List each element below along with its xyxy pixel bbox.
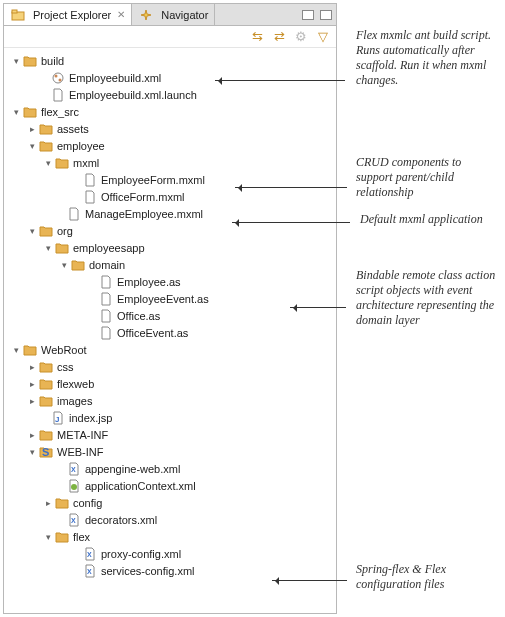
folder-icon xyxy=(38,139,54,153)
tree-folder-flex-src[interactable]: flex_src xyxy=(6,103,334,120)
filter-icon[interactable]: ⚙ xyxy=(294,30,308,44)
folder-icon xyxy=(38,377,54,391)
explorer-panel: Project Explorer ✕ Navigator ⇆ ⇄ ⚙ ▽ bui… xyxy=(3,3,337,614)
tree-folder-build[interactable]: build xyxy=(6,52,334,69)
svg-point-8 xyxy=(71,484,77,490)
tree-file-as[interactable]: Employee.as xyxy=(6,273,334,290)
expand-icon[interactable] xyxy=(10,56,22,66)
tree-file-mxml[interactable]: EmployeeForm.mxml xyxy=(6,171,334,188)
file-icon xyxy=(98,326,114,340)
expand-icon[interactable] xyxy=(26,447,38,457)
collapse-all-icon[interactable]: ⇆ xyxy=(250,30,264,44)
tree-folder-css[interactable]: css xyxy=(6,358,334,375)
svg-text:J: J xyxy=(55,415,59,424)
folder-icon xyxy=(54,156,70,170)
file-icon xyxy=(50,88,66,102)
tree-file-ant[interactable]: Employeebuild.xml xyxy=(6,69,334,86)
folder-icon xyxy=(38,360,54,374)
tree-file-xml[interactable]: Xdecorators.xml xyxy=(6,511,334,528)
expand-icon[interactable] xyxy=(42,532,54,542)
tree-folder-flex[interactable]: flex xyxy=(6,528,334,545)
minimize-button[interactable] xyxy=(302,10,314,20)
tab-label: Project Explorer xyxy=(33,9,111,21)
tree-folder-org[interactable]: org xyxy=(6,222,334,239)
annotation-text: CRUD components to support parent/child … xyxy=(356,155,496,200)
file-icon xyxy=(98,309,114,323)
ant-file-icon xyxy=(50,71,66,85)
expand-icon[interactable] xyxy=(26,379,38,389)
tree-file-xml[interactable]: Xservices-config.xml xyxy=(6,562,334,579)
expand-icon[interactable] xyxy=(42,243,54,253)
maximize-button[interactable] xyxy=(320,10,332,20)
xml-file-icon: X xyxy=(66,513,82,527)
expand-icon[interactable] xyxy=(10,345,22,355)
folder-icon xyxy=(70,258,86,272)
tree-file-mxml[interactable]: ManageEmployee.mxml xyxy=(6,205,334,222)
file-tree[interactable]: build Employeebuild.xml Employeebuild.xm… xyxy=(4,48,336,613)
package-explorer-icon xyxy=(10,8,26,22)
tree-folder-webinf[interactable]: SWEB-INF xyxy=(6,443,334,460)
tab-spacer xyxy=(215,4,298,25)
tree-file-as[interactable]: EmployeeEvent.as xyxy=(6,290,334,307)
tab-bar: Project Explorer ✕ Navigator xyxy=(4,4,336,26)
tree-file-jsp[interactable]: Jindex.jsp xyxy=(6,409,334,426)
svg-text:S: S xyxy=(42,446,49,458)
svg-point-3 xyxy=(55,74,58,77)
tree-folder-metainf[interactable]: META-INF xyxy=(6,426,334,443)
spring-file-icon xyxy=(66,479,82,493)
expand-icon[interactable] xyxy=(58,260,70,270)
tree-folder-webroot[interactable]: WebRoot xyxy=(6,341,334,358)
folder-icon xyxy=(38,428,54,442)
folder-icon xyxy=(54,241,70,255)
tree-file-xml[interactable]: Xappengine-web.xml xyxy=(6,460,334,477)
svg-text:X: X xyxy=(87,551,92,558)
expand-icon[interactable] xyxy=(42,158,54,168)
svg-point-2 xyxy=(53,73,63,83)
svg-text:X: X xyxy=(87,568,92,575)
tree-file-mxml[interactable]: OfficeForm.mxml xyxy=(6,188,334,205)
tree-folder-domain[interactable]: domain xyxy=(6,256,334,273)
window-buttons xyxy=(298,4,336,25)
tree-file-xml[interactable]: Xproxy-config.xml xyxy=(6,545,334,562)
expand-icon[interactable] xyxy=(26,226,38,236)
tree-folder-images[interactable]: images xyxy=(6,392,334,409)
expand-icon[interactable] xyxy=(10,107,22,117)
tree-folder-assets[interactable]: assets xyxy=(6,120,334,137)
tree-folder-employee[interactable]: employee xyxy=(6,137,334,154)
tree-file[interactable]: Employeebuild.xml.launch xyxy=(6,86,334,103)
file-icon xyxy=(98,292,114,306)
expand-icon[interactable] xyxy=(26,141,38,151)
folder-icon xyxy=(38,394,54,408)
navigator-icon xyxy=(138,8,154,22)
tree-file-as[interactable]: Office.as xyxy=(6,307,334,324)
annotation-arrow xyxy=(235,187,347,188)
annotation-arrow xyxy=(272,580,347,581)
close-icon[interactable]: ✕ xyxy=(117,9,125,20)
svg-point-4 xyxy=(59,78,62,81)
annotation-text: Bindable remote class action script obje… xyxy=(356,268,496,328)
annotation-text: Spring-flex & Flex configuration files xyxy=(356,562,496,592)
view-menu-icon[interactable]: ▽ xyxy=(316,30,330,44)
expand-icon[interactable] xyxy=(26,430,38,440)
folder-icon xyxy=(38,224,54,238)
expand-icon[interactable] xyxy=(26,362,38,372)
tree-folder-config[interactable]: config xyxy=(6,494,334,511)
annotation-text: Flex mxmlc ant build script. Runs automa… xyxy=(356,28,496,88)
tab-label: Navigator xyxy=(161,9,208,21)
tree-folder-mxml[interactable]: mxml xyxy=(6,154,334,171)
expand-icon[interactable] xyxy=(26,124,38,134)
tree-file-spring[interactable]: applicationContext.xml xyxy=(6,477,334,494)
expand-icon[interactable] xyxy=(42,498,54,508)
link-editor-icon[interactable]: ⇄ xyxy=(272,30,286,44)
tree-file-as[interactable]: OfficeEvent.as xyxy=(6,324,334,341)
tab-project-explorer[interactable]: Project Explorer ✕ xyxy=(4,4,132,25)
tree-folder-flexweb[interactable]: flexweb xyxy=(6,375,334,392)
svg-text:X: X xyxy=(71,517,76,524)
folder-icon xyxy=(38,122,54,136)
xml-file-icon: X xyxy=(66,462,82,476)
expand-icon[interactable] xyxy=(26,396,38,406)
tab-navigator[interactable]: Navigator xyxy=(132,4,215,25)
xml-file-icon: X xyxy=(82,547,98,561)
view-toolbar: ⇆ ⇄ ⚙ ▽ xyxy=(4,26,336,48)
tree-folder-employeesapp[interactable]: employeesapp xyxy=(6,239,334,256)
